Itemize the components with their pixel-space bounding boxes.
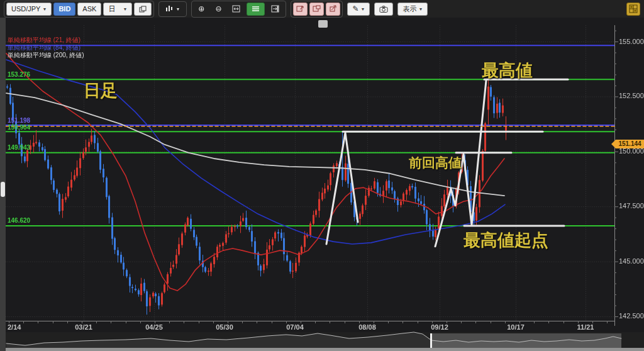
timeframe-label: 日 xyxy=(108,3,115,15)
new-window-tool-button[interactable] xyxy=(293,3,308,16)
zoom-group: ⊕ ⊖ xyxy=(191,1,286,18)
display-label: 表示 xyxy=(402,3,416,15)
scale-lines-icon xyxy=(252,5,260,13)
chart-type-button[interactable]: ▼ xyxy=(161,3,184,15)
candlestick-chart-icon xyxy=(165,5,174,13)
duplicate-chart-button[interactable] xyxy=(134,3,152,16)
symbol-select[interactable]: USD/JPY ▼ xyxy=(6,3,52,16)
chevron-down-icon: ▼ xyxy=(123,3,127,15)
detach-tool-button[interactable] xyxy=(309,3,324,16)
price-chart-canvas[interactable] xyxy=(0,18,644,351)
scroll-to-latest-button[interactable] xyxy=(267,3,284,15)
zoom-in-icon: ⊕ xyxy=(198,5,204,13)
auto-scale-button[interactable] xyxy=(247,3,265,16)
drawing-tools-group xyxy=(291,1,343,18)
bid-button[interactable]: BID xyxy=(53,3,75,16)
current-price-badge: 151.144 xyxy=(616,140,644,148)
chevron-down-icon: ▼ xyxy=(361,3,365,15)
layout-grid-button[interactable] xyxy=(626,3,640,16)
timeframe-select[interactable]: 日 ▼ xyxy=(103,3,132,16)
trading-app-window: USD/JPY ▼ BID ASK 日 ▼ ▼ ⊕ xyxy=(0,0,644,351)
left-scrollbar-handle[interactable] xyxy=(1,182,5,197)
ask-label: ASK xyxy=(82,3,96,15)
symbol-group: USD/JPY ▼ BID ASK 日 ▼ xyxy=(4,1,154,18)
bid-label: BID xyxy=(58,3,70,15)
zoom-out-button[interactable]: ⊖ xyxy=(211,3,226,15)
pane-splitter-handle[interactable] xyxy=(318,20,328,28)
chevron-down-icon: ▼ xyxy=(175,3,180,15)
popout-tool-button[interactable] xyxy=(326,3,340,16)
chart-type-group: ▼ xyxy=(158,1,187,17)
pencil-icon: ✎ xyxy=(352,5,358,13)
zoom-out-icon: ⊖ xyxy=(215,5,221,13)
diagonal-arrow-icon xyxy=(329,5,337,13)
chevron-down-icon: ▼ xyxy=(42,3,47,15)
bottom-edge-bar xyxy=(0,348,644,351)
zoom-in-button[interactable]: ⊕ xyxy=(194,3,209,15)
symbol-label: USD/JPY xyxy=(11,3,40,15)
ask-button[interactable]: ASK xyxy=(77,3,101,16)
draw-line-button[interactable]: ✎ ▼ xyxy=(347,3,370,16)
screenshot-button[interactable] xyxy=(374,3,393,16)
chart-area: 単純移動平均線 (21, 終値) 単純移動平均線 (84, 終値) 単純移動平均… xyxy=(0,18,644,351)
panel-right-arrow-icon xyxy=(271,5,279,13)
chevron-down-icon: ▼ xyxy=(418,3,423,15)
fit-width-button[interactable] xyxy=(228,3,245,15)
camera-icon xyxy=(379,6,388,13)
left-scrollbar[interactable] xyxy=(0,18,6,351)
box-arrow-icon xyxy=(296,5,304,13)
fit-width-icon xyxy=(232,5,240,13)
chart-toolbar: USD/JPY ▼ BID ASK 日 ▼ ▼ ⊕ xyxy=(0,0,644,18)
copy-icon xyxy=(139,6,147,13)
display-menu-button[interactable]: 表示 ▼ xyxy=(397,3,428,16)
box-corner-icon xyxy=(313,5,321,13)
grid-layout-icon xyxy=(629,4,638,13)
